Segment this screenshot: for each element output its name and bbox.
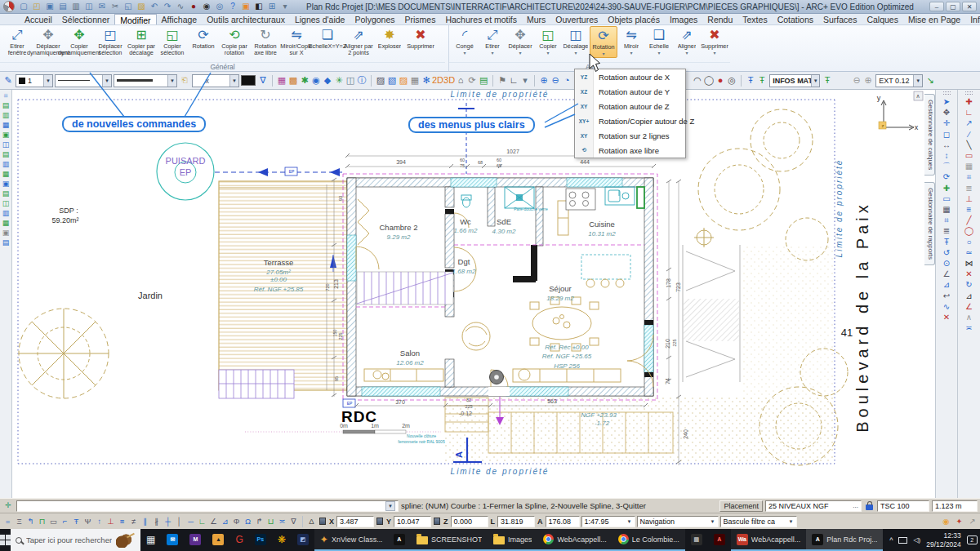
exploser-button[interactable]: ✸Exploser xyxy=(374,26,405,63)
zoom-window-icon[interactable]: ◔ xyxy=(561,73,572,87)
zoom-out-icon[interactable]: ⊖ xyxy=(550,73,561,87)
tool-icon[interactable]: ⌗ xyxy=(1,91,11,100)
coord-field-z[interactable]: 0.000 xyxy=(451,516,488,527)
photoshop-app-button[interactable]: Ps xyxy=(249,529,272,551)
text-tool-icon[interactable]: Ŧ xyxy=(745,73,756,87)
start-button[interactable] xyxy=(0,529,11,551)
pen-style-icon[interactable]: ✎ xyxy=(2,73,14,87)
add-icon[interactable]: ⊞ xyxy=(266,1,278,12)
tool-icon[interactable]: ↑ xyxy=(94,517,105,526)
tab-outils-architecturaux[interactable]: Outils architecturaux xyxy=(202,14,290,24)
current-color-swatch[interactable] xyxy=(241,75,256,86)
echelle-xyz-button[interactable]: ❏EchelleX=Y=Z xyxy=(312,26,343,63)
placement-value-combo[interactable]: 25 NIVEAUX NGF... xyxy=(765,500,862,512)
task-view-button[interactable]: ▦ xyxy=(140,529,161,551)
tool-icon[interactable]: ▤ xyxy=(1,238,11,247)
tool-icon[interactable]: ✚ xyxy=(964,96,974,107)
ext-arrow-icon[interactable]: ↘ xyxy=(924,73,936,87)
tab-hachures-et-motifs[interactable]: Hachures et motifs xyxy=(440,14,522,24)
sun-icon[interactable]: ◉ xyxy=(941,517,951,526)
menu-item-rotation-autour-de-y[interactable]: XZRotation autour de Y xyxy=(575,84,685,99)
infos-materiaux-combo[interactable]: INFOS MATE▼ xyxy=(769,74,820,87)
tool-icon[interactable]: ≍ xyxy=(964,322,974,333)
tool-icon[interactable]: ⊿ xyxy=(964,291,974,301)
tool-icon[interactable]: ▦ xyxy=(1,219,11,228)
tab-images[interactable]: Images xyxy=(665,14,702,24)
tool-icon[interactable]: ─ xyxy=(185,517,196,526)
menu-item-rotation-copier-autour-de-z[interactable]: XY+Rotation/Copier autour de Z xyxy=(575,113,685,128)
more-button[interactable]: ... xyxy=(853,502,858,509)
photos-app-button[interactable]: ❋ xyxy=(272,529,292,551)
chevron-down-icon[interactable]: ▾ xyxy=(463,51,466,56)
tool-icon[interactable]: ✛ xyxy=(942,118,951,128)
chevron-down-icon[interactable]: ▾ xyxy=(685,51,688,56)
etirer-button[interactable]: ⤢Etirer▾ xyxy=(479,26,506,58)
drawing-canvas[interactable]: Limite de propriétéLimite de propriétéLi… xyxy=(12,90,924,498)
axis-icon[interactable]: ∟ xyxy=(508,73,519,87)
deplacer-button[interactable]: ✥Déplacer▾ xyxy=(506,26,534,58)
tool-icon[interactable]: = xyxy=(2,517,13,526)
tool-icon[interactable]: ≃ xyxy=(964,247,974,258)
tool-icon[interactable]: ▦ xyxy=(1,170,11,179)
tool-icon[interactable]: ⌒ xyxy=(942,161,951,171)
tool-icon[interactable]: ⟳ xyxy=(942,171,951,182)
sheet-icon[interactable]: ▤ xyxy=(478,73,489,87)
zoom-in-icon[interactable]: ⊕ xyxy=(538,73,550,87)
coord-field-a[interactable]: 176.08 xyxy=(546,516,580,527)
chevron-down-icon[interactable]: ▾ xyxy=(491,51,493,56)
tool-icon[interactable]: ✕ xyxy=(964,269,974,279)
up-icon[interactable]: ↗ xyxy=(967,517,978,526)
dialog-icon[interactable]: ◫ xyxy=(345,73,356,87)
tool-icon[interactable]: Ŧ xyxy=(942,237,951,247)
scale-combo[interactable]: 1:47.95▼ xyxy=(581,516,635,527)
coord-lock-icon[interactable] xyxy=(376,518,383,525)
tool-icon[interactable]: ▭ xyxy=(964,150,974,161)
paste-icon[interactable]: ▨ xyxy=(136,1,147,12)
freehand-icon[interactable]: ∿ xyxy=(175,1,186,12)
delta-icon[interactable]: Δ xyxy=(306,517,317,526)
miroir-copie-sur-x-button[interactable]: ⇋Miroir/Copie sur X xyxy=(281,26,312,63)
decalage-button[interactable]: ◫Décalage▾ xyxy=(562,26,590,58)
coord-lock-icon[interactable] xyxy=(434,518,440,525)
tab-prismes[interactable]: Prismes xyxy=(400,14,441,24)
echelle-button[interactable]: ❑Echelle▾ xyxy=(645,26,673,58)
tray-chevron-icon[interactable]: ^ xyxy=(889,536,893,544)
tool-icon[interactable]: ⊿ xyxy=(220,517,230,526)
coord-lock-icon[interactable] xyxy=(319,518,326,525)
tool-icon[interactable]: ≡ xyxy=(964,204,974,215)
tool-icon[interactable]: ∕ xyxy=(964,129,974,140)
tab-s-lectionner[interactable]: Sélectionner xyxy=(57,14,114,24)
preview3d-icon[interactable]: ◉ xyxy=(310,73,322,87)
print-icon[interactable]: ▥ xyxy=(70,1,82,12)
preview-icon[interactable]: ◫ xyxy=(83,1,95,12)
tab-accueil[interactable]: Accueil xyxy=(20,14,57,24)
minimize-button[interactable]: – xyxy=(929,2,944,11)
paint-app-button[interactable]: ◩ xyxy=(292,529,314,551)
tool-icon[interactable]: ▤ xyxy=(1,150,11,159)
tool-icon[interactable]: ▥ xyxy=(1,209,11,218)
tool-icon[interactable]: ↕ xyxy=(942,150,951,161)
chevron-down-icon[interactable]: ▾ xyxy=(546,51,549,56)
circle-tool-icon[interactable]: ◯ xyxy=(703,73,715,87)
menu-item-rotation-axe-libre[interactable]: ⟲Rotation axe libre xyxy=(575,143,685,158)
pen-number-combo[interactable]: 1▼ xyxy=(16,74,53,87)
menu-item-rotation-autour-de-z[interactable]: XYRotation autour de Z xyxy=(575,99,685,113)
tool-icon[interactable]: │ xyxy=(174,517,185,526)
tool-icon[interactable]: ◫ xyxy=(1,199,11,208)
chevron-down-icon[interactable]: ▼ xyxy=(385,501,395,511)
miroir-button[interactable]: ⇋Miroir▾ xyxy=(617,26,645,58)
aligner-button[interactable]: ⇗Aligner▾ xyxy=(673,26,701,58)
tool-icon[interactable]: ✕ xyxy=(942,312,951,322)
tool-icon[interactable]: ▣ xyxy=(1,229,11,238)
tab-calques[interactable]: Calques xyxy=(862,14,903,24)
tool-icon[interactable]: ▤ xyxy=(1,101,11,110)
tool-icon[interactable]: ▦ xyxy=(1,121,11,130)
contrast-icon[interactable]: ◧ xyxy=(253,1,265,12)
ext-minus-icon[interactable]: ⊖ xyxy=(851,73,862,87)
solid-icon[interactable]: ◆ xyxy=(322,73,333,87)
tool-icon[interactable]: Φ xyxy=(231,517,242,526)
hatch-combo[interactable]: x▼ xyxy=(192,74,239,87)
chevron-down-icon[interactable]: ▾ xyxy=(602,51,604,57)
a-red-app-button[interactable]: A xyxy=(708,529,731,551)
tool-icon[interactable]: ≠ xyxy=(128,517,139,526)
